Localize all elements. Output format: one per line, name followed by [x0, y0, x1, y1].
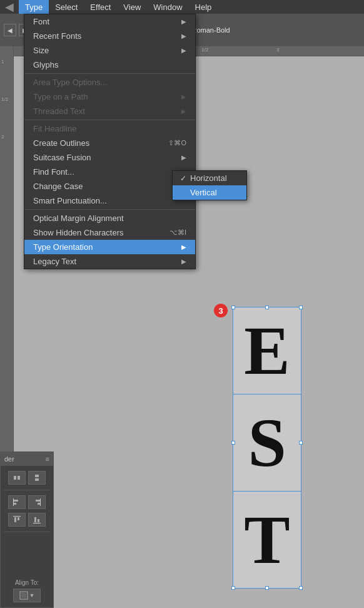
menu-item-find-font[interactable]: Find Font...	[24, 165, 195, 179]
ruler-num-half: 1/2	[201, 47, 208, 53]
letter-e: E	[244, 316, 290, 385]
submenu-item-horizontal-label: Horizontal	[190, 173, 227, 183]
menu-item-suitcase-fusion-arrow: ▶	[181, 154, 186, 161]
menu-item-type-orientation[interactable]: Type Orientation ▶	[24, 240, 195, 254]
menu-item-fit-headline[interactable]: Fit Headline	[24, 121, 195, 136]
menu-item-suitcase-fusion-label: Suitcase Fusion	[33, 153, 91, 162]
menu-window[interactable]: Window	[147, 0, 188, 14]
letter-box-s[interactable]: S	[233, 394, 301, 492]
svg-rect-9	[40, 498, 41, 506]
menu-item-area-type-label: Area Type Options...	[33, 78, 107, 87]
panel-icon-distribute-v[interactable]	[28, 471, 46, 485]
menu-item-recent-fonts[interactable]: Recent Fonts ▶	[24, 29, 195, 43]
separator-3	[24, 209, 195, 210]
align-top-icon	[12, 515, 22, 525]
panel-content: Align To: ▼	[1, 466, 53, 538]
letter-box-t[interactable]: T	[233, 492, 301, 589]
separator-2	[24, 120, 195, 120]
menu-item-threaded-text-arrow: ▶	[181, 108, 186, 115]
menu-item-type-on-path-arrow: ▶	[181, 93, 186, 100]
letter-t: T	[244, 505, 290, 574]
menu-item-threaded-text[interactable]: Threaded Text ▶	[24, 104, 195, 118]
panel-icon-distribute-h[interactable]	[8, 471, 26, 485]
svg-rect-7	[36, 500, 41, 502]
handle-tm-e[interactable]	[265, 306, 269, 309]
menu-view[interactable]: View	[117, 0, 147, 14]
menu-item-legacy-text-arrow: ▶	[181, 258, 186, 265]
panel-footer: Align To: ▼	[1, 579, 53, 602]
menu-item-change-case[interactable]: Change Case ▶	[24, 179, 195, 193]
align-to-icon	[19, 591, 28, 600]
menu-item-threaded-text-label: Threaded Text	[33, 106, 85, 116]
panel-icon-align-top[interactable]	[8, 513, 26, 527]
text-canvas[interactable]: E S T	[233, 307, 301, 589]
letter-s: S	[248, 408, 286, 477]
menu-item-font-arrow: ▶	[181, 18, 186, 25]
bottom-panel: der ≡	[0, 451, 54, 608]
handle-tr-e[interactable]	[299, 306, 303, 309]
menu-help[interactable]: Help	[189, 0, 218, 14]
handle-mr-s[interactable]	[299, 441, 303, 445]
menu-item-font[interactable]: Font ▶	[24, 14, 195, 29]
menu-item-smart-punctuation-label: Smart Punctuation...	[33, 196, 107, 205]
step-badge: 3	[214, 304, 228, 317]
svg-rect-15	[33, 523, 41, 523]
menu-item-type-on-path[interactable]: Type on a Path ▶	[24, 90, 195, 104]
menu-item-create-outlines[interactable]: Create Outlines ⇧⌘O	[24, 136, 195, 150]
panel-icon-align-left[interactable]	[8, 495, 26, 509]
handle-bm-t[interactable]	[265, 586, 269, 590]
handle-bl-t[interactable]	[231, 586, 235, 590]
toolbar-nav-left[interactable]: ◀	[4, 24, 16, 36]
menu-select[interactable]: Select	[49, 0, 84, 14]
menu-item-recent-fonts-label: Recent Fonts	[33, 31, 81, 41]
menu-item-optical-margin[interactable]: Optical Margin Alignment	[24, 211, 195, 225]
panel-title: der	[4, 455, 14, 463]
horizontal-check-icon: ✓	[180, 174, 186, 183]
panel-icon-align-right[interactable]	[28, 495, 46, 509]
menu-item-size[interactable]: Size ▶	[24, 43, 195, 58]
handle-tl-e[interactable]	[231, 306, 235, 309]
menu-item-size-label: Size	[33, 46, 49, 55]
letter-box-e[interactable]: E	[233, 307, 301, 394]
svg-rect-13	[34, 517, 36, 522]
align-right-icon	[32, 497, 42, 507]
menu-type[interactable]: Type	[19, 0, 49, 14]
panel-header: der ≡	[1, 452, 53, 466]
separator-1	[24, 73, 195, 74]
menu-item-glyphs[interactable]: Glyphs	[24, 58, 195, 72]
align-to-label: Align To:	[15, 579, 39, 586]
menu-effect[interactable]: Effect	[84, 0, 117, 14]
menu-item-smart-punctuation[interactable]: Smart Punctuation...	[24, 193, 195, 208]
type-dropdown-menu: Font ▶ Recent Fonts ▶ Size ▶ Glyphs Area…	[24, 14, 196, 269]
menu-item-create-outlines-shortcut: ⇧⌘O	[168, 139, 186, 147]
distribute-h-icon	[12, 473, 22, 483]
menu-item-area-type[interactable]: Area Type Options...	[24, 75, 195, 90]
submenu-item-vertical[interactable]: ✓ Vertical	[173, 185, 246, 200]
handle-br-t[interactable]	[299, 586, 303, 590]
menu-item-legacy-text[interactable]: Legacy Text ▶	[24, 254, 195, 269]
submenu-item-vertical-label: Vertical	[190, 188, 217, 197]
panel-divider-1	[3, 490, 51, 490]
menu-item-optical-margin-label: Optical Margin Alignment	[33, 214, 124, 223]
submenu-item-horizontal[interactable]: ✓ Horizontal	[173, 171, 246, 185]
panel-row-2	[3, 495, 51, 509]
panel-row-1	[3, 471, 51, 485]
svg-rect-3	[35, 478, 39, 481]
panel-menu-icon[interactable]: ≡	[46, 455, 49, 463]
menu-item-suitcase-fusion[interactable]: Suitcase Fusion ▶	[24, 150, 195, 165]
menu-item-font-label: Font	[33, 17, 49, 26]
handle-ml-s[interactable]	[231, 441, 235, 445]
svg-rect-12	[13, 516, 21, 517]
svg-rect-17	[21, 593, 26, 598]
menu-item-show-hidden[interactable]: Show Hidden Characters ⌥⌘I	[24, 225, 195, 240]
panel-icon-align-bottom[interactable]	[28, 513, 46, 527]
svg-rect-10	[14, 517, 16, 522]
ruler-v-num-1: 1	[1, 59, 4, 64]
menu-edit[interactable]: ◀	[0, 0, 19, 14]
menu-item-change-case-label: Change Case	[33, 182, 83, 191]
align-bottom-icon	[32, 515, 42, 525]
menu-item-size-arrow: ▶	[181, 47, 186, 54]
align-to-button[interactable]: ▼	[13, 589, 41, 602]
svg-rect-14	[38, 519, 39, 522]
svg-rect-11	[18, 517, 19, 520]
